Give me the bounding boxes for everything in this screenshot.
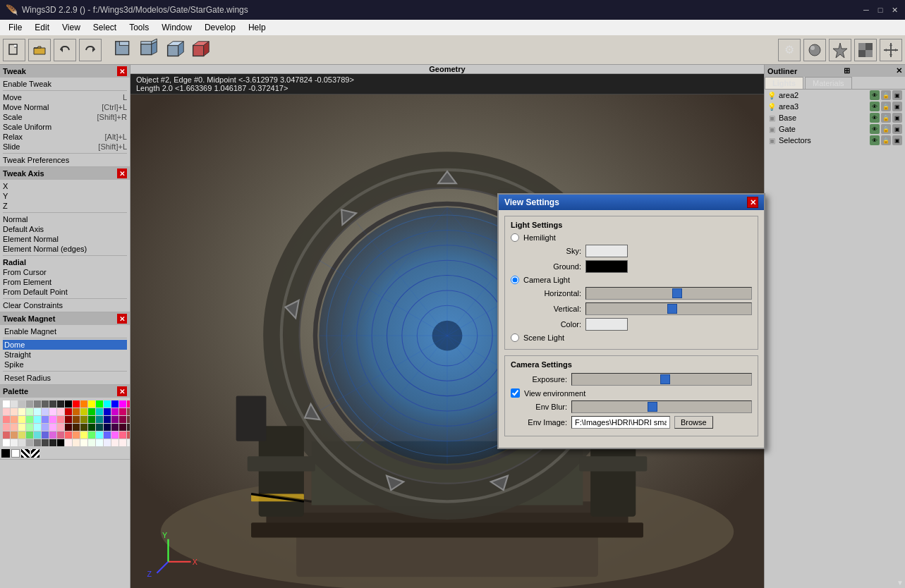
tweak-axis-close-button[interactable]: ✕ [117, 169, 127, 178]
menu-view[interactable]: View [56, 21, 86, 34]
palette-color-cell[interactable] [73, 416, 80, 423]
outliner-item-area2[interactable]: 💡 area2 👁 🔒 ▣ [765, 90, 905, 101]
palette-color-cell[interactable] [3, 408, 10, 415]
area3-visible-button[interactable]: 👁 [870, 102, 880, 111]
area3-render-button[interactable]: ▣ [892, 102, 902, 111]
palette-color-cell[interactable] [11, 431, 18, 439]
palette-color-cell[interactable] [119, 408, 126, 415]
palette-color-cell[interactable] [11, 400, 18, 408]
palette-close-button[interactable]: ✕ [117, 386, 127, 396]
palette-color-cell[interactable] [49, 431, 56, 439]
palette-color-cell[interactable] [65, 400, 72, 408]
area3-lock-button[interactable]: 🔒 [881, 102, 891, 111]
palette-color-cell[interactable] [111, 416, 119, 423]
palette-color-cell[interactable] [80, 408, 87, 415]
palette-pattern2[interactable] [31, 449, 40, 458]
tweak-slide-row[interactable]: Slide [Shift]+L [3, 142, 127, 152]
tweak-axis-header[interactable]: Tweak Axis ✕ [0, 167, 130, 180]
outliner-close-icon[interactable]: ✕ [896, 66, 902, 75]
outliner-item-base[interactable]: ▣ Base 👁 🔒 ▣ [765, 112, 905, 123]
vertical-slider[interactable] [585, 302, 752, 315]
base-render-button[interactable]: ▣ [892, 113, 902, 123]
palette-color-cell[interactable] [57, 416, 64, 423]
open-button[interactable] [28, 39, 51, 61]
palette-color-cell[interactable] [80, 400, 87, 408]
palette-color-cell[interactable] [3, 416, 10, 423]
axis-element-normal[interactable]: Element Normal [3, 234, 127, 244]
selectors-render-button[interactable]: ▣ [892, 135, 902, 145]
palette-color-cell[interactable] [42, 408, 49, 415]
menu-file[interactable]: File [3, 21, 28, 34]
palette-color-cell[interactable] [42, 439, 49, 446]
palette-color-cell[interactable] [104, 416, 111, 423]
palette-color-cell[interactable] [34, 408, 41, 415]
palette-color-cell[interactable] [80, 416, 87, 423]
palette-color-cell[interactable] [18, 408, 25, 415]
palette-color-cell[interactable] [88, 439, 95, 446]
palette-color-cell[interactable] [104, 424, 111, 431]
palette-color-cell[interactable] [65, 408, 72, 415]
palette-color-cell[interactable] [104, 408, 111, 415]
gate-visible-button[interactable]: 👁 [870, 124, 880, 134]
palette-color-cell[interactable] [57, 439, 64, 446]
browse-button[interactable]: Browse [674, 416, 713, 429]
axis-default[interactable]: Default Axis [3, 224, 127, 234]
palette-color-cell[interactable] [11, 416, 18, 423]
palette-color-cell[interactable] [80, 439, 87, 446]
palette-color-cell[interactable] [18, 431, 25, 439]
palette-color-cell[interactable] [42, 400, 49, 408]
palette-color-cell[interactable] [88, 408, 95, 415]
palette-color-cell[interactable] [96, 408, 103, 415]
palette-white[interactable] [11, 449, 20, 458]
palette-color-cell[interactable] [26, 416, 33, 423]
undo-button[interactable] [54, 39, 76, 61]
palette-color-cell[interactable] [42, 416, 49, 423]
tab-lights[interactable]: Lights [765, 77, 803, 89]
magnet-straight[interactable]: Straight [3, 350, 127, 360]
palette-color-cell[interactable] [104, 431, 111, 439]
palette-color-cell[interactable] [119, 400, 126, 408]
tweak-header[interactable]: Tweak ✕ [0, 65, 130, 78]
cube-front-button[interactable] [113, 39, 135, 61]
palette-color-cell[interactable] [34, 416, 41, 423]
menu-develop[interactable]: Develop [199, 21, 241, 34]
selectors-lock-button[interactable]: 🔒 [881, 135, 891, 145]
reset-radius[interactable]: Reset Radius [3, 373, 127, 383]
palette-color-cell[interactable] [73, 400, 80, 408]
area2-lock-button[interactable]: 🔒 [881, 90, 891, 100]
palette-color-cell[interactable] [96, 400, 103, 408]
camera-color-button[interactable] [585, 318, 628, 331]
titlebar-controls[interactable]: ─ □ ✕ [861, 5, 899, 15]
palette-color-cell[interactable] [57, 400, 64, 408]
palette-color-cell[interactable] [3, 431, 10, 439]
scene-light-radio[interactable] [511, 333, 519, 342]
view-env-checkbox[interactable] [511, 388, 520, 398]
palette-color-cell[interactable] [18, 416, 25, 423]
palette-color-cell[interactable] [111, 439, 119, 446]
move-button[interactable] [880, 39, 902, 61]
palette-color-cell[interactable] [57, 431, 64, 439]
palette-color-cell[interactable] [111, 424, 119, 431]
axis-element-normal-edges[interactable]: Element Normal (edges) [3, 244, 127, 254]
palette-color-cell[interactable] [119, 439, 126, 446]
outliner-item-gate[interactable]: ▣ Gate 👁 🔒 ▣ [765, 123, 905, 135]
tweak-move-normal-row[interactable]: Move Normal [Ctrl]+L [3, 102, 127, 112]
palette-color-cell[interactable] [3, 424, 10, 431]
palette-color-cell[interactable] [119, 424, 126, 431]
menu-window[interactable]: Window [156, 21, 198, 34]
tab-materials[interactable]: Materials [805, 77, 852, 89]
redo-button[interactable] [79, 39, 102, 61]
radial-from-default-point[interactable]: From Default Point [3, 287, 127, 297]
tweak-scale-row[interactable]: Scale [Shift]+R [3, 112, 127, 122]
palette-color-cell[interactable] [73, 439, 80, 446]
palette-color-cell[interactable] [73, 431, 80, 439]
palette-color-cell[interactable] [65, 439, 72, 446]
palette-color-cell[interactable] [26, 439, 33, 446]
palette-color-cell[interactable] [26, 400, 33, 408]
palette-color-cell[interactable] [73, 424, 80, 431]
palette-color-cell[interactable] [96, 416, 103, 423]
base-lock-button[interactable]: 🔒 [881, 113, 891, 123]
palette-color-cell[interactable] [3, 439, 10, 446]
material-button[interactable] [803, 39, 826, 61]
cube-side-button[interactable] [138, 39, 161, 61]
